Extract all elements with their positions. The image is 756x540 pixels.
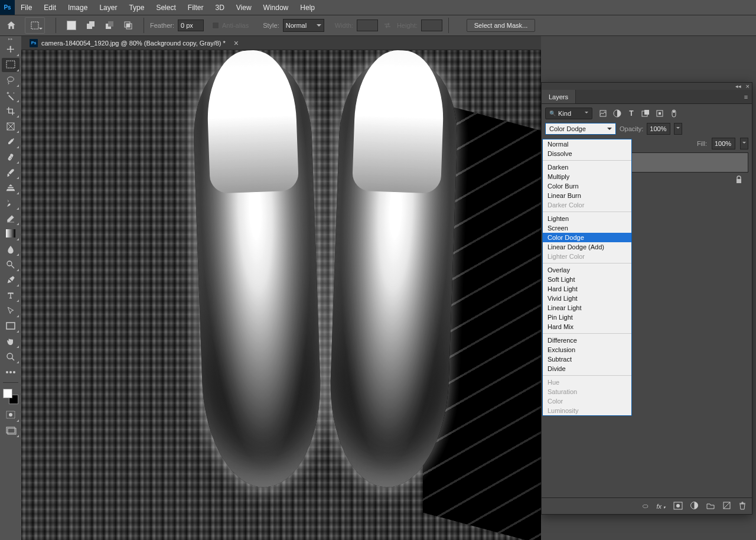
magic-wand-tool[interactable] (2, 89, 19, 103)
fill-input[interactable] (712, 138, 735, 149)
new-layer-icon[interactable] (723, 502, 731, 510)
history-brush-tool[interactable] (2, 196, 19, 210)
panel-menu-icon[interactable]: ≡ (740, 90, 752, 103)
fx-icon[interactable]: fx ▾ (656, 503, 666, 510)
intersect-selection-icon[interactable] (121, 18, 135, 32)
svg-rect-26 (644, 110, 649, 115)
dodge-tool[interactable] (2, 258, 19, 272)
svg-point-33 (676, 504, 680, 508)
svg-rect-15 (6, 229, 15, 238)
move-tool[interactable] (2, 43, 19, 57)
blend-option-hard-mix[interactable]: Hard Mix (543, 322, 631, 331)
blend-option-screen[interactable]: Screen (543, 223, 631, 233)
menu-select[interactable]: Select (150, 0, 181, 15)
type-tool[interactable] (2, 288, 19, 302)
collapse-icon[interactable]: ◂◂ (735, 83, 741, 89)
menu-3d[interactable]: 3D (209, 0, 230, 15)
feather-input[interactable] (178, 19, 204, 31)
menu-layer[interactable]: Layer (93, 0, 123, 15)
pen-tool[interactable] (2, 273, 19, 287)
layers-tab[interactable]: Layers (542, 90, 576, 103)
blend-option-vivid-light[interactable]: Vivid Light (543, 294, 631, 303)
app-logo: Ps (0, 0, 15, 15)
menu-file[interactable]: File (15, 0, 38, 15)
lasso-tool[interactable] (2, 73, 19, 87)
blend-mode-select[interactable]: Color Dodge (545, 123, 616, 135)
adjustment-icon[interactable] (690, 502, 698, 510)
menu-filter[interactable]: Filter (182, 0, 210, 15)
filter-smart-icon[interactable] (655, 109, 664, 118)
eyedropper-tool[interactable] (2, 135, 19, 149)
quick-mask-tool[interactable] (2, 408, 19, 422)
fill-dropdown-icon[interactable] (740, 138, 748, 149)
canvas[interactable] (21, 50, 541, 540)
style-select[interactable]: Normal (283, 19, 324, 32)
zoom-tool[interactable] (2, 350, 19, 364)
blend-option-darken[interactable]: Darken (543, 162, 631, 172)
document-tab[interactable]: Ps camera-1840054_1920.jpg @ 80% (Backgr… (30, 38, 239, 48)
eraser-tool[interactable] (2, 212, 19, 226)
blend-option-lighter-color: Lighter Color (543, 252, 631, 261)
filter-toggle-icon[interactable] (669, 109, 679, 118)
opacity-dropdown-icon[interactable] (674, 123, 682, 135)
blend-option-linear-dodge-add-[interactable]: Linear Dodge (Add) (543, 242, 631, 252)
blend-option-multiply[interactable]: Multiply (543, 172, 631, 181)
menu-edit[interactable]: Edit (38, 0, 62, 15)
frame-tool[interactable] (2, 119, 19, 134)
close-panel-icon[interactable]: × (746, 83, 750, 90)
spot-healing-tool[interactable] (2, 150, 19, 164)
rectangular-marquee-tool[interactable] (2, 58, 19, 72)
brush-tool[interactable] (2, 165, 19, 180)
blend-option-darker-color: Darker Color (543, 200, 631, 210)
new-selection-icon[interactable] (64, 18, 79, 32)
blend-option-linear-light[interactable]: Linear Light (543, 303, 631, 313)
menu-type[interactable]: Type (123, 0, 150, 15)
blend-option-divide[interactable]: Divide (543, 364, 631, 373)
menu-view[interactable]: View (230, 0, 258, 15)
more-tools[interactable] (2, 365, 19, 379)
close-icon[interactable]: × (234, 38, 239, 48)
filter-shape-icon[interactable] (641, 109, 650, 118)
menu-window[interactable]: Window (258, 0, 295, 15)
filter-type-icon[interactable]: T (627, 109, 636, 118)
filter-pixel-icon[interactable] (598, 109, 608, 118)
opacity-input[interactable] (647, 123, 670, 135)
color-swatches[interactable] (3, 389, 18, 404)
blend-option-subtract[interactable]: Subtract (543, 354, 631, 364)
menu-help[interactable]: Help (294, 0, 321, 15)
clone-stamp-tool[interactable] (2, 181, 19, 195)
hand-tool[interactable] (2, 334, 19, 349)
blend-option-normal[interactable]: Normal (543, 139, 631, 149)
blend-mode-dropdown[interactable]: NormalDissolveDarkenMultiplyColor BurnLi… (542, 139, 632, 416)
blend-option-overlay[interactable]: Overlay (543, 265, 631, 275)
blend-option-lighten[interactable]: Lighten (543, 214, 631, 223)
filter-adjust-icon[interactable] (612, 109, 622, 118)
blend-option-linear-burn[interactable]: Linear Burn (543, 191, 631, 200)
blur-tool[interactable] (2, 242, 19, 256)
kind-filter-select[interactable]: Kind (545, 108, 592, 119)
blend-option-exclusion[interactable]: Exclusion (543, 345, 631, 354)
blend-option-pin-light[interactable]: Pin Light (543, 313, 631, 322)
home-button[interactable] (2, 17, 20, 34)
gradient-tool[interactable] (2, 227, 19, 241)
blend-option-color-burn[interactable]: Color Burn (543, 181, 631, 191)
blend-option-difference[interactable]: Difference (543, 336, 631, 345)
trash-icon[interactable] (739, 502, 746, 511)
link-layers-icon[interactable]: ⬭ (643, 502, 648, 510)
blend-option-color-dodge[interactable]: Color Dodge (543, 233, 631, 242)
current-tool-preset[interactable] (25, 17, 45, 34)
menu-image[interactable]: Image (62, 0, 93, 15)
mask-icon[interactable] (674, 502, 682, 510)
group-icon[interactable] (706, 502, 715, 510)
add-selection-icon[interactable] (83, 18, 97, 32)
toolbar-grip[interactable]: ▸▸ (0, 36, 21, 42)
select-and-mask-button[interactable]: Select and Mask... (467, 19, 536, 32)
rectangle-tool[interactable] (2, 319, 19, 333)
subtract-selection-icon[interactable] (102, 18, 116, 32)
blend-option-hard-light[interactable]: Hard Light (543, 284, 631, 294)
crop-tool[interactable] (2, 104, 19, 118)
path-selection-tool[interactable] (2, 304, 19, 318)
blend-option-soft-light[interactable]: Soft Light (543, 275, 631, 284)
blend-option-dissolve[interactable]: Dissolve (543, 149, 631, 158)
screen-mode-tool[interactable] (2, 424, 19, 438)
